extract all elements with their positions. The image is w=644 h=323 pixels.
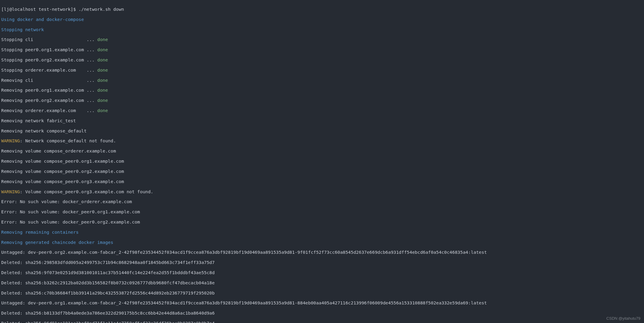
info-line: Removing generated chaincode docker imag… <box>1 240 643 245</box>
log-line: Removing volume compose_peer0.org1.examp… <box>1 159 643 164</box>
command-text: ./network.sh down <box>78 7 124 12</box>
log-line: Removing volume compose_peer0.org3.examp… <box>1 179 643 184</box>
status-done: done <box>97 98 108 103</box>
deleted-line: Deleted: sha256:b8133df7bb4a0ede3a786ee3… <box>1 311 643 316</box>
deleted-line: Deleted: sha256:b3262c2912ba02dd3b156582… <box>1 280 643 286</box>
log-line: Stopping peer0.org2.example.com ... <box>1 57 97 62</box>
status-done: done <box>97 78 108 83</box>
log-line: Stopping orderer.example.com ... <box>1 67 97 73</box>
terminal-output[interactable]: [lj@localhost test-network]$ ./network.s… <box>0 0 644 323</box>
status-done: done <box>97 47 108 52</box>
shell-prompt: [lj@localhost test-network]$ <box>1 7 78 12</box>
log-line: Removing peer0.org1.example.com ... <box>1 87 97 93</box>
log-line: Removing cli ... <box>1 78 97 83</box>
log-line: Removing peer0.org2.example.com ... <box>1 98 97 103</box>
deleted-line: Deleted: sha256:96d91ee101ec1bef8ad71f1e… <box>1 321 643 323</box>
status-done: done <box>97 57 108 62</box>
status-done: done <box>97 67 108 73</box>
error-line: Error: No such volume: docker_peer0.org2… <box>1 220 643 225</box>
info-line: Using docker and docker-compose <box>1 17 643 22</box>
info-line: Removing remaining containers <box>1 230 643 235</box>
log-line: Removing network compose_default <box>1 129 643 134</box>
deleted-line: Deleted: sha256:c70b36684f1bb39141a29bc4… <box>1 291 643 296</box>
watermark-text: CSDN @yitahutu79 <box>606 316 640 321</box>
log-line: Removing volume compose_peer0.org2.examp… <box>1 169 643 174</box>
deleted-line: Deleted: sha256:9f073e0251d9d381001011ac… <box>1 270 643 275</box>
status-done: done <box>97 87 108 93</box>
log-line: Stopping peer0.org1.example.com ... <box>1 47 97 52</box>
deleted-line: Deleted: sha256:298583dfdd005a2499753c71… <box>1 260 643 265</box>
error-line: Error: No such volume: docker_orderer.ex… <box>1 199 643 204</box>
warning-text: : Network compose_default not found. <box>20 138 116 143</box>
info-line: Stopping network <box>1 27 643 32</box>
status-done: done <box>97 37 108 42</box>
error-line: Error: No such volume: docker_peer0.org1… <box>1 209 643 215</box>
warning-label: WARNING <box>1 138 20 143</box>
warning-text: : Volume compose_peer0.org3.example.com … <box>20 189 153 194</box>
log-line: Removing volume compose_orderer.example.… <box>1 149 643 154</box>
status-done: done <box>97 108 108 113</box>
log-line: Removing network fabric_test <box>1 118 643 123</box>
log-line: Stopping cli ... <box>1 37 97 42</box>
untagged-line: Untagged: dev-peer0.org1.example.com-fab… <box>1 301 643 306</box>
log-line: Removing orderer.example.com ... <box>1 108 97 113</box>
warning-label: WARNING <box>1 189 20 194</box>
untagged-line: Untagged: dev-peer0.org2.example.com-fab… <box>1 250 643 255</box>
